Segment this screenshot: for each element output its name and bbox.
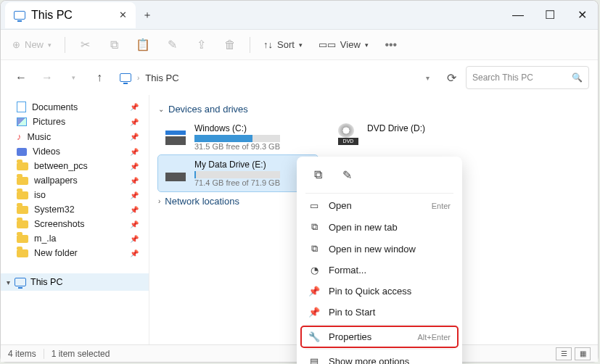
ctx-item-openinnewwindow[interactable]: ⧉Open in new window [301,238,458,260]
toolbar: ⊕ New ▾ ✂ ⧉ 📋 ✎ ⇪ 🗑 ↑↓ Sort ▾ ▭▭ View ▾ … [1,30,598,60]
refresh-button[interactable]: ⟳ [440,66,463,89]
new-button[interactable]: ⊕ New ▾ [7,33,57,57]
view-button[interactable]: ▭▭ View ▾ [313,33,374,57]
ctx-item-hint: Alt+Enter [417,333,451,342]
pin-icon: 📌 [130,220,139,228]
drive-title: DVD Drive (D:) [367,123,425,133]
format-icon: ◔ [308,265,320,276]
sidebar-item-documents[interactable]: Documents📌 [1,99,149,115]
dvd-icon: DVD [338,123,360,145]
thispc-icon [15,278,26,286]
ctx-item-pintostart[interactable]: 📌Pin to Start [301,302,458,323]
document-icon [17,102,26,112]
pin-icon: 📌 [130,177,139,185]
sidebar-item-mla[interactable]: m_.la📌 [1,231,149,246]
back-button[interactable]: ← [9,66,33,89]
address-dropdown[interactable]: ▾ [418,66,437,89]
folder-icon [17,162,28,170]
more-button[interactable]: ••• [379,33,403,57]
sidebar-item-label: m_.la [34,233,57,244]
copy-button[interactable]: ⧉ [102,33,126,57]
view-icon: ▭▭ [319,39,336,50]
ctx-item-label: Open in new tab [329,222,398,233]
sort-button[interactable]: ↑↓ Sort ▾ [258,33,308,57]
address-bar[interactable]: › This PC [114,66,415,89]
sidebar-item-newfolder[interactable]: New folder📌 [1,246,149,260]
sidebar-item-system32[interactable]: System32📌 [1,202,149,217]
ctx-item-label: Show more options [329,356,409,364]
forward-button[interactable]: → [36,66,59,89]
thispc-icon [120,73,131,82]
ctx-item-label: Properties [329,331,371,342]
chevron-down-icon: ▾ [48,41,52,49]
recent-dropdown[interactable]: ▾ [62,66,85,89]
search-input[interactable]: Search This PC 🔍 [466,66,589,89]
ctx-item-label: Open in new window [329,244,416,255]
ctx-item-pintoquickaccess[interactable]: 📌Pin to Quick access [301,281,458,302]
separator [44,349,44,359]
paste-button[interactable]: 📋 [131,33,155,57]
separator [305,349,453,349]
ctx-rename-button[interactable]: ✎ [334,164,359,186]
sidebar-item-label: System32 [34,204,75,215]
sidebar-item-label: iso [34,190,46,200]
drive-dvd[interactable]: DVD DVD Drive (D:) [331,119,490,155]
sidebar-item-thispc[interactable]: ▾ This PC [1,273,149,291]
close-window-button[interactable]: ✕ [566,1,598,30]
sidebar-item-videos[interactable]: Videos📌 [1,144,149,159]
drive-c[interactable]: Windows (C:) 31.5 GB free of 99.3 GB [158,119,318,155]
view-details-button[interactable]: ☰ [556,347,572,360]
pin-icon: 📌 [130,206,139,214]
pin-icon: 📌 [130,235,139,243]
maximize-button[interactable]: ☐ [534,1,566,30]
section-devices[interactable]: ⌄ Devices and drives [158,104,589,115]
delete-button[interactable]: 🗑 [218,33,242,57]
ctx-item-properties[interactable]: 🔧PropertiesAlt+Enter [301,326,458,347]
sidebar-item-screenshots[interactable]: Screenshots📌 [1,217,149,231]
pin-icon: 📌 [130,148,139,156]
ctx-item-openinnewtab[interactable]: ⧉Open in new tab [301,216,458,238]
pin-icon: 📌 [130,103,139,111]
minimize-button[interactable]: — [502,1,534,30]
sidebar-item-label: Screenshots [34,219,84,229]
sidebar-thispc-label: This PC [30,277,62,287]
sidebar-item-music[interactable]: ♪Music📌 [1,129,149,144]
new-tab-button[interactable]: ＋ [136,9,159,22]
file-explorer-window: This PC ✕ ＋ — ☐ ✕ ⊕ New ▾ ✂ ⧉ 📋 ✎ ⇪ 🗑 ↑↓… [0,0,599,363]
view-icons-button[interactable]: ▦ [575,347,591,360]
sidebar-item-iso[interactable]: iso📌 [1,188,149,202]
share-button[interactable]: ⇪ [189,33,213,57]
ctx-item-hint: Enter [432,202,451,210]
view-label: View [340,39,361,50]
breadcrumb-root[interactable]: This PC [145,73,178,83]
tab-thispc[interactable]: This PC ✕ [5,2,136,28]
chevron-down-icon: ▾ [365,41,369,49]
separator [65,37,65,53]
ctx-item-format[interactable]: ◔Format... [301,260,458,281]
ctx-item-showmoreoptions[interactable]: ▤Show more options [301,351,458,364]
sidebar-item-wallpapers[interactable]: wallpapers📌 [1,173,149,188]
chevron-right-icon: › [158,197,160,205]
rename-button[interactable]: ✎ [160,33,184,57]
ctx-item-open[interactable]: ▭OpenEnter [301,195,458,216]
drive-e[interactable]: My Data Drive (E:) 71.4 GB free of 71.9 … [158,155,318,191]
drive-title: My Data Drive (E:) [194,160,280,170]
pin-icon: 📌 [130,191,139,199]
sidebar-item-betweenpcs[interactable]: between_pcs📌 [1,159,149,173]
pin-icon: 📌 [130,133,139,141]
sidebar-item-label: Music [28,132,52,142]
drive-subtitle: 71.4 GB free of 71.9 GB [194,178,280,187]
cut-button[interactable]: ✂ [73,33,97,57]
ctx-item-label: Open [329,200,352,211]
chevron-down-icon: ▾ [299,41,303,49]
pin-icon: 📌 [130,118,139,126]
ctx-copy-button[interactable]: ⧉ [305,164,330,186]
ctx-item-label: Pin to Quick access [329,286,411,297]
pin-icon: 📌 [130,249,139,257]
close-tab-icon[interactable]: ✕ [119,9,127,20]
titlebar: This PC ✕ ＋ — ☐ ✕ [1,1,598,30]
drive-icon [165,123,187,145]
up-button[interactable]: ↑ [88,66,111,89]
navigation-pane[interactable]: Documents📌Pictures📌♪Music📌Videos📌between… [1,95,149,344]
sidebar-item-pictures[interactable]: Pictures📌 [1,115,149,129]
